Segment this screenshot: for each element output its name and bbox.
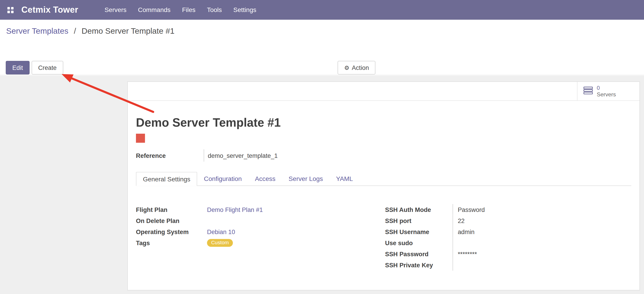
field-value-tags: Custom [207,237,385,248]
action-button-label: Action [352,64,369,71]
field-label-tags: Tags [136,237,207,248]
field-label-use-sudo: Use sudo [385,237,452,248]
tab-bar: General Settings Configuration Access Se… [136,172,631,186]
breadcrumb-separator: / [74,26,76,35]
menu-item-tools[interactable]: Tools [201,0,228,20]
action-button[interactable]: ⚙ Action [338,61,376,74]
sheet-header: 0 Servers [128,82,640,101]
tab-general-settings[interactable]: General Settings [136,172,197,186]
field-value-ssh-username: admin [452,226,631,237]
servers-count: 0 [597,85,616,91]
tag-badge: Custom [207,239,233,247]
control-panel: Server Templates / Demo Server Template … [0,20,644,75]
tab-server-logs[interactable]: Server Logs [282,172,330,186]
field-value-ssh-private-key [452,260,631,271]
field-value-ssh-port: 22 [452,215,631,226]
gear-icon: ⚙ [344,65,349,70]
field-value-use-sudo [452,237,631,248]
breadcrumb: Server Templates / Demo Server Template … [6,26,174,36]
menu-item-commands[interactable]: Commands [132,0,176,20]
breadcrumb-current: Demo Server Template #1 [82,26,174,35]
field-label-ssh-auth-mode: SSH Auth Mode [385,204,452,215]
servers-stat-text: 0 Servers [597,85,616,98]
main-menu: Servers Commands Files Tools Settings [99,0,262,20]
field-label-on-delete-plan: On Delete Plan [136,215,207,226]
breadcrumb-parent-link[interactable]: Server Templates [6,26,68,35]
content-area: 0 Servers Demo Server Template #1 Refere… [0,76,644,294]
edit-button[interactable]: Edit [6,61,29,74]
reference-field: Reference demo_server_template_1 [136,149,631,162]
field-label-operating-system: Operating System [136,226,207,237]
field-label-ssh-username: SSH Username [385,226,452,237]
servers-stat-button[interactable]: 0 Servers [577,82,640,100]
menu-item-settings[interactable]: Settings [228,0,262,20]
record-title: Demo Server Template #1 [136,115,631,129]
brand-title[interactable]: Cetmix Tower [22,5,78,15]
primary-buttons: Edit Create [6,61,63,74]
field-label-ssh-port: SSH port [385,215,452,226]
menu-item-servers[interactable]: Servers [99,0,132,20]
form-sheet: 0 Servers Demo Server Template #1 Refere… [127,81,640,290]
field-value-on-delete-plan [207,215,385,226]
apps-grid-icon[interactable] [5,5,16,15]
sheet-body: Demo Server Template #1 Reference demo_s… [128,115,640,271]
page: Cetmix Tower Servers Commands Files Tool… [0,0,644,294]
field-value-operating-system: Debian 10 [207,226,385,237]
fields-area: Flight Plan Demo Flight Plan #1 On Delet… [136,204,631,271]
tab-configuration[interactable]: Configuration [197,172,248,186]
menu-item-files[interactable]: Files [176,0,201,20]
field-group-left: Flight Plan Demo Flight Plan #1 On Delet… [136,204,385,271]
field-value-ssh-auth-mode: Password [452,204,631,215]
operating-system-link[interactable]: Debian 10 [207,228,235,235]
field-value-ssh-password: ******** [452,248,631,260]
servers-icon [583,86,593,96]
create-button[interactable]: Create [32,61,63,74]
top-navbar: Cetmix Tower Servers Commands Files Tool… [0,0,644,20]
field-label-ssh-private-key: SSH Private Key [385,260,452,271]
tab-yaml[interactable]: YAML [330,172,360,186]
field-label-ssh-password: SSH Password [385,248,452,260]
field-value-flight-plan: Demo Flight Plan #1 [207,204,385,215]
tab-access[interactable]: Access [248,172,282,186]
color-swatch [136,134,145,143]
flight-plan-link[interactable]: Demo Flight Plan #1 [207,206,263,213]
servers-count-label: Servers [597,91,616,98]
reference-label: Reference [136,149,204,162]
reference-value: demo_server_template_1 [204,149,278,162]
field-group-right: SSH Auth Mode Password SSH port 22 SSH U… [385,204,631,271]
field-label-flight-plan: Flight Plan [136,204,207,215]
